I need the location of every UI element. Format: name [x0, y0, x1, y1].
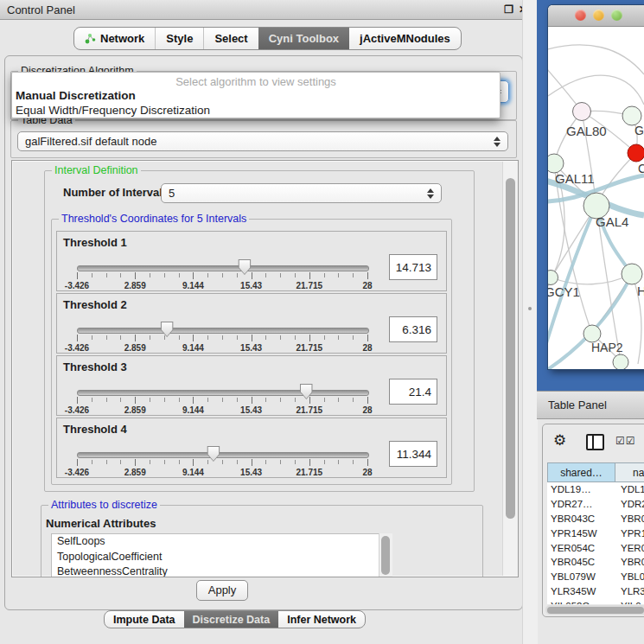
table-row[interactable]: YDL19…YDL1 — [547, 482, 644, 497]
table-rows: YDL19…YDL1 YDR27…YDR2 YBR043CYBR0 YPR145… — [547, 482, 644, 604]
close-traffic-icon[interactable] — [575, 10, 586, 21]
table-panel-titlebar: Table Panel — [537, 391, 644, 419]
tick-label: 15.43 — [240, 281, 262, 290]
tab-discretize-data[interactable]: Discretize Data — [184, 611, 279, 628]
threshold-1-value-field[interactable]: 14.713 — [389, 254, 437, 280]
minimize-traffic-icon[interactable] — [593, 10, 604, 21]
tick-label: 2.859 — [124, 468, 146, 477]
tick-label: 28 — [362, 281, 372, 290]
tick-label: -3.426 — [65, 343, 89, 353]
network-icon — [85, 33, 96, 44]
zoom-traffic-icon[interactable] — [611, 10, 622, 21]
interval-definition-label: Interval Definition — [52, 164, 141, 176]
threshold-3-label: Threshold 3 — [63, 360, 127, 373]
tab-style[interactable]: Style — [155, 28, 203, 49]
control-panel-title: Control Panel — [0, 3, 75, 16]
tick-label: 21.715 — [296, 281, 323, 290]
network-graph[interactable]: GAL80 GA C GAL11 GAL4 GCY1 H HAP2 — [548, 27, 644, 369]
threshold-4-slider[interactable] — [77, 452, 369, 458]
threshold-1-slider-thumb[interactable] — [238, 259, 251, 275]
node-gcy1[interactable] — [548, 271, 558, 285]
list-item[interactable]: TopologicalCoefficient — [52, 550, 379, 565]
table-row[interactable]: YIL052CYIL0 — [547, 598, 644, 604]
tick-label: -3.426 — [65, 281, 89, 290]
tick-label: 21.715 — [296, 343, 323, 353]
tab-cyni-toolbox[interactable]: Cyni Toolbox — [258, 28, 349, 49]
table-panel-body: ⚙ ☑☑ shared… name YDL19…YDL1 YDR27…YDR2 … — [542, 424, 644, 617]
node-label: GA — [634, 124, 644, 137]
column-layout-icon[interactable] — [586, 434, 604, 450]
show-columns-checkboxes-icon[interactable]: ☑☑ — [615, 435, 636, 447]
network-view-background: GAL80 GA C GAL11 GAL4 GCY1 H HAP2 — [537, 0, 644, 391]
threshold-4-label: Threshold 4 — [63, 423, 127, 436]
column-header-shared[interactable]: shared… — [547, 462, 615, 482]
threshold-2-slider-thumb[interactable] — [161, 322, 174, 337]
list-item[interactable]: BetweennessCentrality — [52, 564, 379, 577]
control-panel-tabs: Network Style Select Cyni Toolbox jActiv… — [73, 27, 462, 50]
tick-label: 15.43 — [240, 468, 262, 477]
node-highlighted[interactable] — [628, 144, 644, 162]
algorithm-dropdown: Select algorithm to view settings Manual… — [11, 72, 501, 118]
gear-icon[interactable]: ⚙ — [553, 431, 566, 450]
algorithm-option-equal-width[interactable]: Equal Width/Frequency Discretization — [12, 103, 500, 118]
table-row[interactable]: YDR27…YDR2 — [547, 497, 644, 512]
node[interactable] — [622, 106, 641, 125]
tab-impute-data[interactable]: Impute Data — [105, 611, 184, 628]
node-hap2[interactable] — [583, 325, 601, 342]
network-window-titlebar[interactable] — [548, 5, 644, 27]
column-header-name[interactable]: name — [615, 462, 644, 482]
table-data-value: galFiltered.sif default node — [25, 135, 494, 148]
tick-label: 9.144 — [182, 468, 204, 477]
threshold-2-slider[interactable] — [77, 328, 369, 334]
threshold-1-slider[interactable] — [77, 265, 369, 271]
node-label: GCY1 — [548, 284, 580, 299]
list-item[interactable]: SelfLoops — [52, 534, 379, 550]
network-window[interactable]: GAL80 GA C GAL11 GAL4 GCY1 H HAP2 — [548, 5, 644, 369]
algorithm-option-manual[interactable]: Manual Discretization — [12, 88, 500, 103]
table-row[interactable]: YER054CYER0 — [547, 540, 644, 555]
threshold-4-value-field[interactable]: 11.344 — [389, 441, 437, 467]
number-of-intervals-combobox[interactable]: 5 — [161, 183, 442, 203]
node-gal80[interactable] — [573, 103, 591, 121]
threshold-3-value-field[interactable]: 21.4 — [389, 379, 437, 405]
tab-select[interactable]: Select — [203, 28, 258, 49]
apply-button[interactable]: Apply — [196, 580, 248, 601]
table-row[interactable]: YLR345WYLR3 — [547, 584, 644, 599]
threshold-row-3: Threshold 3 -3.426 2.859 9.144 15.43 21.… — [56, 355, 447, 416]
tick-label: -3.426 — [65, 468, 89, 477]
settings-scroll-panel: Interval Definition Number of Intervals … — [11, 160, 519, 577]
tab-jactivemnodules[interactable]: jActiveMNodules — [349, 28, 461, 49]
node-label: GAL11 — [555, 171, 595, 186]
tab-infer-network[interactable]: Infer Network — [278, 611, 365, 628]
node[interactable] — [613, 354, 628, 369]
attributes-list[interactable]: SelfLoops TopologicalCoefficient Between… — [51, 533, 380, 577]
threshold-2-label: Threshold 2 — [63, 298, 127, 311]
panel-splitter[interactable] — [522, 0, 538, 644]
threshold-4-slider-thumb[interactable] — [207, 446, 220, 462]
threshold-1-label: Threshold 1 — [63, 236, 127, 249]
float-panel-icon[interactable]: ❐ — [504, 3, 513, 16]
threshold-2-value-field[interactable]: 6.316 — [389, 316, 437, 342]
tab-network[interactable]: Network — [74, 28, 155, 49]
attributes-list-scrollbar[interactable] — [379, 533, 392, 577]
splitter-grip-icon — [528, 307, 532, 310]
table-row[interactable]: YBL079WYBL0 — [547, 570, 644, 584]
threshold-3-slider[interactable] — [77, 390, 369, 396]
main-scrollbar[interactable] — [502, 162, 518, 576]
threshold-3-slider-thumb[interactable] — [300, 384, 313, 399]
table-row[interactable]: YBR043CYBR0 — [547, 512, 644, 526]
network-nodes[interactable] — [548, 103, 644, 370]
node-label: C — [638, 162, 644, 175]
tick-label: 28 — [362, 405, 372, 415]
attributes-group-label: Attributes to discretize — [48, 499, 160, 511]
node-gal11[interactable] — [548, 154, 564, 173]
table-row[interactable]: YBR045CYBR0 — [547, 555, 644, 570]
number-of-intervals-label: Number of Intervals — [63, 186, 169, 199]
number-of-intervals-value: 5 — [169, 187, 427, 200]
table-row[interactable]: YPR145WYPR1 — [547, 526, 644, 540]
node[interactable] — [622, 264, 642, 284]
table-data-combobox[interactable]: galFiltered.sif default node — [17, 131, 508, 151]
tick-label: 28 — [362, 343, 372, 353]
table-hscrollbar[interactable] — [545, 605, 644, 615]
tick-label: 2.859 — [124, 343, 146, 353]
